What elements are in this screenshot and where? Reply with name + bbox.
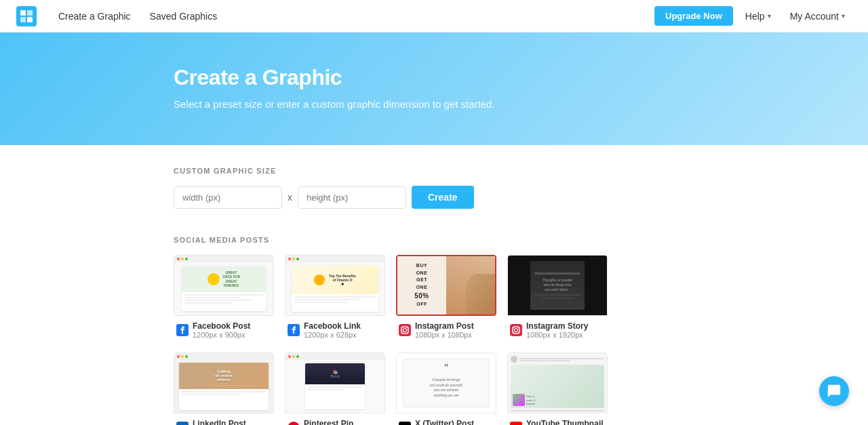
logo[interactable] — [16, 6, 37, 26]
social-media-section: SOCIAL MEDIA POSTS — [174, 236, 694, 425]
card-instagram-story-thumbnail: Thoughts on peoplewho do things thatyou … — [507, 255, 608, 316]
card-youtube-thumbnail-thumb: How tomake ithappen — [507, 352, 608, 413]
card-instagram-post-thumbnail: BUYONEGETONE50%OFF — [396, 255, 496, 316]
nav-links: Create a Graphic Saved Graphics — [50, 7, 654, 26]
custom-size-row: x Create — [174, 186, 694, 209]
pinterest-icon: P — [288, 422, 300, 425]
card-x-post-name: X (Twitter) Post — [415, 419, 474, 425]
help-dropdown[interactable]: Help ▾ — [738, 7, 778, 26]
hero-banner: Create a Graphic Select a preset size or… — [0, 33, 868, 145]
account-chevron-icon: ▾ — [842, 12, 845, 20]
width-input[interactable] — [174, 186, 282, 209]
svg-rect-4 — [27, 17, 33, 22]
x-twitter-icon: 𝕏 — [399, 422, 411, 425]
svg-rect-2 — [27, 10, 33, 16]
svg-rect-1 — [20, 10, 26, 16]
card-youtube-thumbnail-name: YouTube Thumbnail — [526, 419, 604, 425]
card-linkedin-post-info: in LinkedIn Post 1200px x 628px — [174, 413, 274, 425]
card-x-post-thumbnail: " If people do thingsyou could do yourse… — [396, 352, 496, 413]
card-pinterest-pin-info: P Pinterest Pin 1000px x 1500px — [285, 413, 385, 425]
nav-create[interactable]: Create a Graphic — [50, 7, 139, 26]
svg-rect-11 — [510, 324, 522, 336]
card-instagram-post-info: Instagram Post 1080px x 1080px — [396, 316, 496, 342]
card-facebook-link-thumbnail: Top Ten Benefitsof Vitamin D✽ — [285, 255, 385, 316]
card-instagram-story-size: 1080px x 1920px — [526, 331, 588, 339]
svg-rect-21 — [510, 422, 522, 425]
card-instagram-story-info: Instagram Story 1080px x 1920px — [507, 316, 608, 342]
svg-point-10 — [407, 327, 408, 328]
facebook-link-icon — [288, 324, 300, 336]
account-dropdown[interactable]: My Account ▾ — [783, 7, 852, 26]
navbar: Create a Graphic Saved Graphics Upgrade … — [0, 0, 868, 33]
card-facebook-link-size: 1200px x 628px — [304, 331, 361, 339]
custom-size-section: CUSTOM GRAPHIC SIZE x Create — [174, 167, 694, 209]
custom-size-title: CUSTOM GRAPHIC SIZE — [174, 167, 694, 175]
card-instagram-post-size: 1080px x 1080px — [415, 331, 474, 339]
chat-bubble[interactable] — [819, 376, 849, 406]
card-linkedin-post-thumbnail: Callingall onlineeditors — [174, 352, 274, 413]
upgrade-button[interactable]: Upgrade Now — [654, 6, 733, 26]
create-button[interactable]: Create — [412, 186, 474, 209]
instagram-post-icon — [399, 324, 411, 336]
svg-rect-7 — [399, 324, 411, 336]
card-x-post[interactable]: " If people do thingsyou could do yourse… — [396, 352, 496, 425]
main-content: CUSTOM GRAPHIC SIZE x Create SOCIAL MEDI… — [0, 145, 868, 425]
card-facebook-link[interactable]: Top Ten Benefitsof Vitamin D✽ — [285, 255, 385, 342]
card-pinterest-pin-thumbnail: 📚Book — [285, 352, 385, 413]
card-instagram-story-name: Instagram Story — [526, 321, 588, 331]
youtube-icon — [510, 422, 522, 425]
card-instagram-post-name: Instagram Post — [415, 321, 474, 331]
cards-grid: GREATJUICE FORGREATFRIENDS — [174, 255, 694, 425]
card-facebook-post-name: Facebook Post — [193, 321, 250, 331]
svg-point-14 — [518, 327, 519, 328]
card-x-post-info: 𝕏 X (Twitter) Post 1024px x 512px — [396, 413, 496, 425]
card-pinterest-pin[interactable]: 📚Book — [285, 352, 385, 425]
card-facebook-post-thumbnail: GREATJUICE FORGREATFRIENDS — [174, 255, 274, 316]
card-facebook-link-name: Facebook Link — [304, 321, 361, 331]
facebook-icon — [176, 324, 189, 336]
linkedin-icon: in — [176, 422, 189, 425]
card-instagram-story[interactable]: Thoughts on peoplewho do things thatyou … — [507, 255, 608, 342]
card-youtube-thumbnail[interactable]: How tomake ithappen YouTube T — [507, 352, 608, 425]
card-linkedin-post-name: LinkedIn Post — [193, 419, 246, 425]
svg-rect-0 — [16, 6, 37, 26]
svg-rect-3 — [20, 17, 26, 22]
size-separator: x — [288, 192, 292, 203]
card-facebook-post-info: Facebook Post 1200px x 900px — [174, 316, 274, 342]
height-input[interactable] — [298, 186, 406, 209]
card-instagram-post[interactable]: BUYONEGETONE50%OFF — [396, 255, 496, 342]
nav-right: Upgrade Now Help ▾ My Account ▾ — [654, 6, 852, 26]
nav-saved[interactable]: Saved Graphics — [142, 7, 226, 26]
hero-subtitle: Select a preset size or enter a custom g… — [174, 98, 694, 110]
help-chevron-icon: ▾ — [768, 12, 771, 20]
card-linkedin-post[interactable]: Callingall onlineeditors — [174, 352, 274, 425]
card-facebook-link-info: Facebook Link 1200px x 628px — [285, 316, 385, 342]
card-facebook-post[interactable]: GREATJUICE FORGREATFRIENDS — [174, 255, 274, 342]
card-facebook-post-size: 1200px x 900px — [193, 331, 250, 339]
hero-title: Create a Graphic — [174, 65, 694, 90]
social-posts-title: SOCIAL MEDIA POSTS — [174, 236, 694, 244]
card-youtube-thumbnail-info: YouTube Thumbnail 1280px x 720px — [507, 413, 608, 425]
instagram-story-icon — [510, 324, 522, 336]
card-pinterest-pin-name: Pinterest Pin — [304, 419, 361, 425]
